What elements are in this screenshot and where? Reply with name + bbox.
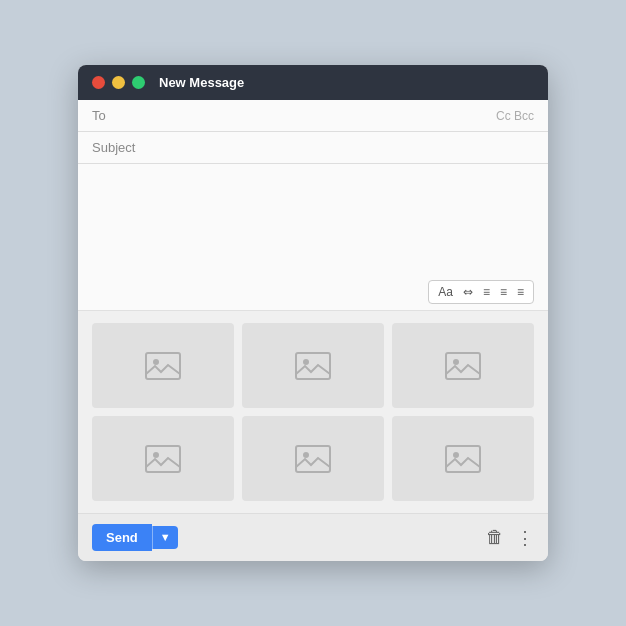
to-field-row: To Cc Bcc [78,100,548,132]
align-left-button[interactable]: ⇔ [460,284,476,300]
email-compose-window: New Message To Cc Bcc Subject Aa ⇔ ≡ ≡ ≡ [78,65,548,561]
image-icon-1 [145,352,181,380]
titlebar: New Message [78,65,548,100]
compose-body: To Cc Bcc Subject Aa ⇔ ≡ ≡ ≡ [78,100,548,513]
more-options-icon[interactable]: ⋮ [516,527,534,549]
image-icon-4 [145,445,181,473]
image-icon-2 [295,352,331,380]
svg-rect-4 [446,353,480,379]
formatting-toolbar: Aa ⇔ ≡ ≡ ≡ [78,274,548,311]
image-grid [78,311,548,513]
footer-actions: 🗑 ⋮ [486,527,534,549]
svg-point-3 [303,359,309,365]
image-placeholder-1[interactable] [92,323,234,408]
close-button[interactable] [92,76,105,89]
svg-rect-2 [296,353,330,379]
send-button[interactable]: Send [92,524,152,551]
to-input[interactable] [142,108,496,123]
to-label: To [92,108,142,123]
svg-point-5 [453,359,459,365]
minimize-button[interactable] [112,76,125,89]
svg-point-9 [303,452,309,458]
footer: Send ▼ 🗑 ⋮ [78,513,548,561]
svg-rect-8 [296,446,330,472]
align-right-button[interactable]: ≡ [497,284,510,300]
svg-rect-0 [146,353,180,379]
subject-field-row: Subject [78,132,548,164]
image-icon-3 [445,352,481,380]
image-placeholder-5[interactable] [242,416,384,501]
image-placeholder-4[interactable] [92,416,234,501]
svg-point-7 [153,452,159,458]
image-placeholder-2[interactable] [242,323,384,408]
image-placeholder-6[interactable] [392,416,534,501]
format-buttons-group: Aa ⇔ ≡ ≡ ≡ [428,280,534,304]
font-button[interactable]: Aa [435,284,456,300]
window-title: New Message [159,75,244,90]
svg-point-11 [453,452,459,458]
subject-input[interactable] [142,140,534,155]
align-center-button[interactable]: ≡ [480,284,493,300]
delete-icon[interactable]: 🗑 [486,527,504,548]
maximize-button[interactable] [132,76,145,89]
cc-bcc-label[interactable]: Cc Bcc [496,109,534,123]
subject-label: Subject [92,140,142,155]
svg-rect-10 [446,446,480,472]
svg-point-1 [153,359,159,365]
image-icon-6 [445,445,481,473]
image-placeholder-3[interactable] [392,323,534,408]
image-icon-5 [295,445,331,473]
traffic-lights [92,76,145,89]
svg-rect-6 [146,446,180,472]
align-justify-button[interactable]: ≡ [514,284,527,300]
send-dropdown-button[interactable]: ▼ [152,526,178,549]
send-group: Send ▼ [92,524,178,551]
compose-area[interactable] [78,164,548,274]
